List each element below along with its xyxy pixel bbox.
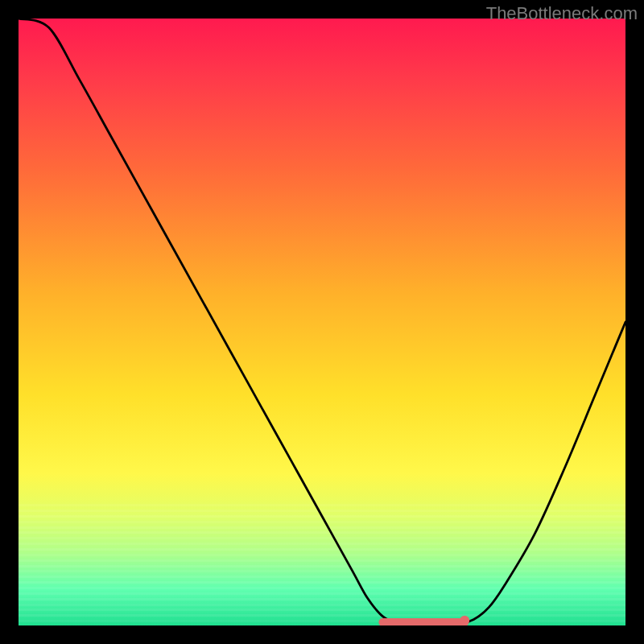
curve-marker	[460, 616, 469, 625]
curve-layer	[19, 19, 625, 625]
plot-area	[19, 19, 625, 625]
watermark-text: TheBottleneck.com	[486, 3, 638, 24]
bottleneck-curve	[19, 19, 625, 625]
chart-container: { "watermark": "TheBottleneck.com", "col…	[0, 0, 644, 644]
